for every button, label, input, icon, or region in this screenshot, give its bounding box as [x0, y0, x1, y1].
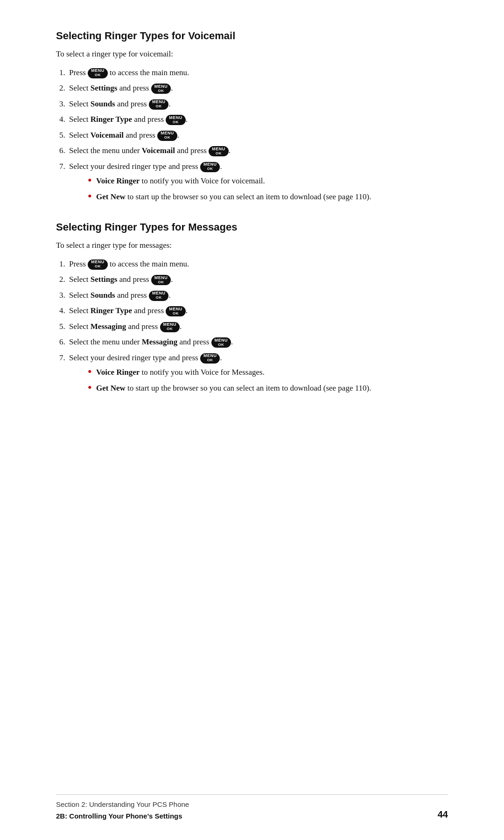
section-intro-voicemail: To select a ringer type for voicemail: — [56, 48, 448, 60]
page: Selecting Ringer Types for Voicemail To … — [0, 0, 504, 840]
menu-ok-button-msg5: MENUOK — [160, 322, 180, 332]
vm-bullet-2: Get New to start up the browser so you c… — [88, 191, 448, 203]
footer-subsection-label: 2B: Controlling Your Phone’s Settings — [56, 811, 189, 822]
msg-step-5: Select Messaging and press MENUOK. — [67, 321, 448, 333]
vm-step-3: Select Sounds and press MENUOK. — [67, 98, 448, 110]
menu-ok-button-msg4: MENUOK — [166, 306, 186, 316]
menu-ok-button-msg3: MENUOK — [149, 291, 169, 301]
vm-step-4: Select Ringer Type and press MENUOK. — [67, 113, 448, 126]
msg-bullet-2: Get New to start up the browser so you c… — [88, 382, 448, 394]
menu-ok-button-msg6: MENUOK — [211, 337, 231, 348]
vm-step-1: Press MENUOK to access the main menu. — [67, 67, 448, 79]
voicemail-steps: Press MENUOK to access the main menu. Se… — [67, 67, 448, 203]
messages-steps: Press MENUOK to access the main menu. Se… — [67, 258, 448, 394]
msg-bullets: Voice Ringer to notify you with Voice fo… — [88, 366, 448, 394]
footer-section-label: Section 2: Understanding Your PCS Phone — [56, 800, 189, 808]
menu-ok-button-vm2: MENUOK — [151, 84, 171, 94]
footer-page-number: 44 — [438, 807, 448, 821]
vm-bullets: Voice Ringer to notify you with Voice fo… — [88, 175, 448, 203]
menu-ok-button-vm1: MENUOK — [88, 68, 108, 78]
menu-ok-button-vm5: MENUOK — [157, 131, 177, 141]
menu-ok-button-vm4: MENUOK — [166, 115, 186, 125]
section-title-voicemail: Selecting Ringer Types for Voicemail — [56, 28, 448, 43]
vm-bullet-1: Voice Ringer to notify you with Voice fo… — [88, 175, 448, 187]
vm-step-5: Select Voicemail and press MENUOK. — [67, 129, 448, 141]
menu-ok-button-msg7: MENUOK — [200, 353, 220, 364]
msg-step-4: Select Ringer Type and press MENUOK. — [67, 305, 448, 317]
menu-ok-button-vm3: MENUOK — [149, 99, 169, 110]
msg-step-2: Select Settings and press MENUOK. — [67, 273, 448, 286]
menu-ok-button-msg1: MENUOK — [88, 259, 108, 270]
menu-ok-button-vm7: MENUOK — [200, 162, 220, 172]
section-title-messages: Selecting Ringer Types for Messages — [56, 219, 448, 235]
msg-step-1: Press MENUOK to access the main menu. — [67, 258, 448, 270]
msg-step-6: Select the menu under Messaging and pres… — [67, 336, 448, 348]
footer-left: Section 2: Understanding Your PCS Phone … — [56, 799, 189, 821]
section-intro-messages: To select a ringer type for messages: — [56, 239, 448, 252]
vm-step-2: Select Settings and press MENUOK. — [67, 82, 448, 94]
vm-step-6: Select the menu under Voicemail and pres… — [67, 145, 448, 157]
vm-step-7: Select your desired ringer type and pres… — [67, 161, 448, 203]
msg-bullet-1: Voice Ringer to notify you with Voice fo… — [88, 366, 448, 378]
msg-step-7: Select your desired ringer type and pres… — [67, 352, 448, 394]
msg-step-3: Select Sounds and press MENUOK. — [67, 289, 448, 301]
menu-ok-button-msg2: MENUOK — [151, 275, 171, 285]
page-footer: Section 2: Understanding Your PCS Phone … — [56, 794, 448, 821]
menu-ok-button-vm6: MENUOK — [209, 146, 229, 156]
